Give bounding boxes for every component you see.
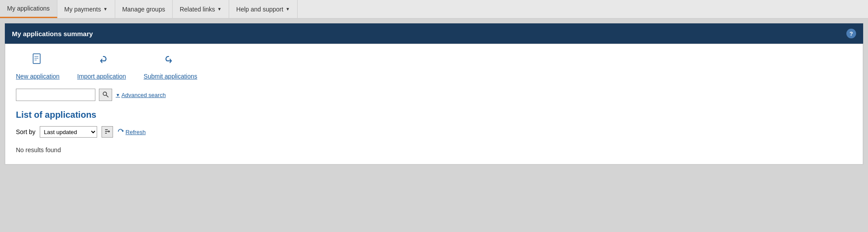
sort-select[interactable]: Last updated Application name Status Dat… (40, 126, 97, 138)
svg-line-5 (106, 95, 109, 97)
summary-title: My applications summary (12, 30, 93, 37)
help-support-arrow-icon: ▼ (286, 7, 290, 11)
new-application-link[interactable]: New application (16, 73, 60, 80)
import-application-link[interactable]: Import application (77, 73, 126, 80)
related-links-arrow-icon: ▼ (217, 7, 222, 11)
sort-row: Sort by Last updated Application name St… (16, 126, 852, 138)
main-wrapper: My applications summary ? New applicatio… (4, 23, 864, 165)
search-input[interactable] (16, 89, 95, 101)
refresh-label: Refresh (125, 129, 146, 135)
refresh-icon (117, 128, 124, 136)
nav-my-payments[interactable]: My payments ▼ (57, 0, 115, 18)
svg-rect-0 (33, 54, 40, 64)
import-application-action[interactable]: Import application (77, 53, 126, 80)
nav-manage-groups[interactable]: Manage groups (115, 0, 173, 18)
nav-related-links[interactable]: Related links ▼ (173, 0, 229, 18)
search-icon (102, 91, 109, 99)
submit-applications-icon (163, 53, 177, 70)
advanced-search-label: Advanced search (121, 92, 166, 98)
sort-by-label: Sort by (16, 128, 35, 135)
my-payments-arrow-icon: ▼ (103, 7, 108, 11)
new-application-icon (30, 53, 45, 70)
refresh-link[interactable]: Refresh (117, 128, 146, 136)
submit-applications-link[interactable]: Submit applications (143, 73, 197, 80)
top-nav: My applications My payments ▼ Manage gro… (0, 0, 868, 19)
advanced-search-arrow-icon: ▼ (116, 93, 120, 97)
search-button[interactable] (99, 89, 112, 101)
advanced-search-link[interactable]: ▼ Advanced search (116, 92, 166, 98)
nav-help-and-support[interactable]: Help and support ▼ (229, 0, 298, 18)
no-results-text: No results found (16, 145, 852, 155)
help-circle-button[interactable]: ? (846, 29, 856, 38)
summary-header: My applications summary ? (5, 23, 863, 44)
action-buttons: New application Import application (16, 53, 852, 80)
content-panel: New application Import application (5, 44, 863, 165)
submit-applications-action[interactable]: Submit applications (143, 53, 197, 80)
sort-direction-icon (104, 128, 111, 136)
import-application-icon (94, 53, 109, 70)
new-application-action[interactable]: New application (16, 53, 60, 80)
sort-direction-button[interactable] (102, 126, 113, 138)
list-of-applications-title: List of applications (16, 110, 852, 120)
search-row: ▼ Advanced search (16, 89, 852, 101)
nav-my-applications[interactable]: My applications (0, 0, 57, 18)
